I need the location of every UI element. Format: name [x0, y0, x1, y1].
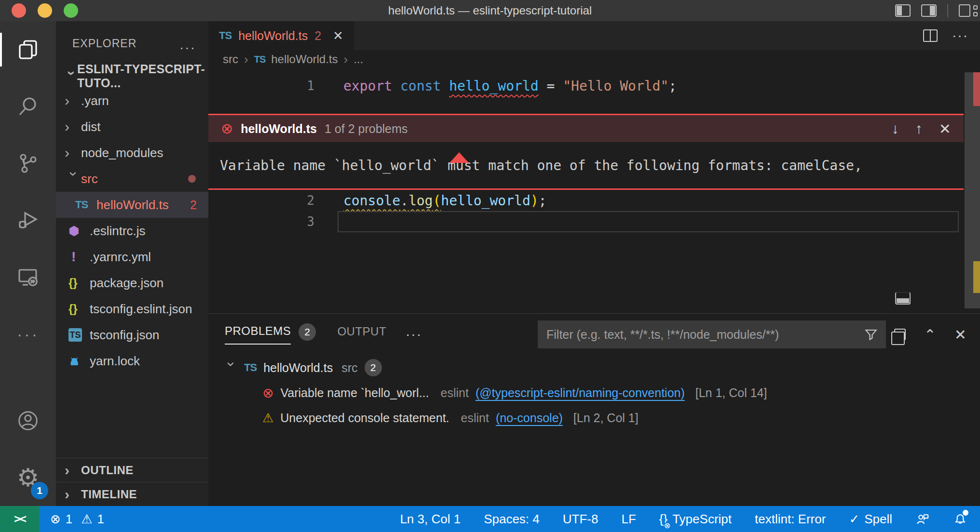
previous-problem-icon[interactable]: ↑ [915, 120, 923, 137]
feedback-icon[interactable] [915, 512, 930, 526]
source-control-icon[interactable] [0, 135, 56, 192]
file-row-tsconfig[interactable]: TS tsconfig.json [56, 322, 208, 348]
split-editor-icon[interactable] [923, 29, 938, 42]
json-file-icon: {} [68, 302, 78, 316]
chevron-down-icon: › [64, 71, 80, 83]
overview-error-mark [973, 72, 980, 106]
file-row-yarnrc[interactable]: ! .yarnrc.yml [56, 244, 208, 270]
toggle-secondary-sidebar-icon[interactable] [921, 4, 937, 17]
problems-status-item[interactable]: ⊗ 1 ⚠ 1 [50, 512, 104, 527]
panel-more-tabs-icon[interactable]: ··· [406, 327, 422, 342]
settings-gear-icon[interactable]: ⚙ 1 [0, 449, 56, 506]
code-line-1: 1 export const hello_world = "Hello Worl… [208, 75, 980, 96]
explorer-more-icon[interactable]: ··· [179, 45, 196, 50]
current-line-border [338, 211, 959, 232]
breadcrumb-symbol[interactable]: ... [354, 53, 363, 66]
problem-row-warning[interactable]: ⚠ Unexpected console statement. eslint (… [208, 405, 980, 430]
chevron-right-icon: › [65, 486, 81, 503]
file-name: .eslintrc.js [90, 224, 146, 239]
explorer-sidebar: EXPLORER ··· › ESLINT-TYPESCRIPT-TUTO...… [56, 21, 208, 506]
editor-scrollbar[interactable] [965, 68, 980, 287]
remote-indicator[interactable]: >< [0, 506, 40, 532]
problems-filter-input[interactable] [546, 328, 865, 342]
panel-close-icon[interactable]: ✕ [954, 326, 966, 343]
error-squiggle-token: hello_world [449, 78, 538, 94]
folder-row-node-modules[interactable]: › node_modules [56, 140, 208, 166]
next-problem-icon[interactable]: ↓ [892, 120, 899, 137]
yml-file-icon: ! [71, 249, 76, 265]
search-icon[interactable] [0, 78, 56, 135]
json-file-icon: {} [68, 276, 78, 290]
explorer-icon[interactable] [0, 21, 56, 78]
notifications-bell-icon[interactable] [953, 512, 967, 526]
eol-item[interactable]: LF [621, 512, 636, 527]
language-mode-item[interactable]: {} ⊗ TypeScript [659, 512, 732, 527]
warning-icon: ⚠ [81, 513, 92, 525]
rule-link[interactable]: (no-console) [496, 411, 563, 425]
folder-row-yarn[interactable]: › .yarn [56, 88, 208, 114]
line-number: 3 [208, 214, 314, 229]
chevron-right-icon: › [65, 462, 81, 479]
breadcrumb-folder[interactable]: src [223, 53, 238, 66]
yarn-file-icon [68, 355, 81, 367]
timeline-section[interactable]: › TIMELINE [56, 482, 208, 506]
cursor-position-item[interactable]: Ln 3, Col 1 [400, 512, 461, 527]
chevron-down-icon: › [223, 362, 240, 375]
tab-close-icon[interactable]: ✕ [333, 28, 343, 43]
additional-views-icon[interactable]: ··· [0, 306, 56, 362]
tab-problems[interactable]: PROBLEMS 2 [225, 323, 316, 346]
ts-file-icon: TS [75, 199, 88, 211]
file-row-eslintrc[interactable]: ⬢ .eslintrc.js [56, 218, 208, 244]
run-debug-icon[interactable] [0, 192, 56, 249]
file-name: .yarnrc.yml [90, 250, 151, 265]
peek-message[interactable]: Variable name `hello_world` must match o… [208, 142, 964, 188]
problems-file-group[interactable]: › TS helloWorld.ts src 2 [208, 355, 980, 380]
timeline-label: TIMELINE [81, 488, 137, 501]
workspace-root-label: ESLINT-TYPESCRIPT-TUTO... [77, 62, 208, 90]
file-name: tsconfig.json [90, 328, 160, 343]
folder-row-dist[interactable]: › dist [56, 114, 208, 140]
maximize-panel-icon[interactable]: ⌃ [924, 326, 936, 343]
file-row-package-json[interactable]: {} package.json [56, 270, 208, 296]
tab-label: helloWorld.ts [238, 29, 308, 43]
problems-filter-box [538, 320, 886, 348]
toggle-panel-icon[interactable] [895, 292, 911, 305]
problem-row-error[interactable]: ⊗ Variable name `hello_worl... eslint (@… [208, 380, 980, 405]
toggle-sidebar-icon[interactable] [895, 4, 911, 17]
file-name: tsconfig.eslint.json [90, 302, 192, 317]
group-count-badge: 2 [365, 359, 382, 376]
src-problem-dot [188, 175, 196, 183]
error-icon: ⊗ [262, 385, 273, 401]
peek-close-icon[interactable]: ✕ [939, 120, 951, 137]
code-line-2: 2 console.log(hello_world); [208, 190, 980, 211]
view-as-table-icon[interactable] [894, 329, 906, 340]
warning-squiggle-token: console [343, 193, 400, 209]
editor-more-actions-icon[interactable]: ··· [952, 28, 968, 43]
tab-helloworld[interactable]: TS helloWorld.ts 2 ✕ [208, 21, 354, 50]
filter-funnel-icon[interactable] [865, 328, 877, 341]
notification-dot [963, 510, 968, 516]
code-editor[interactable]: 1 export const hello_world = "Hello Worl… [208, 68, 980, 232]
file-row-helloworld[interactable]: TS helloWorld.ts 2 [56, 192, 208, 218]
textlint-item[interactable]: textlint: Error [755, 512, 826, 527]
encoding-item[interactable]: UTF-8 [563, 512, 599, 527]
folder-row-src[interactable]: › src [56, 166, 208, 192]
breadcrumb-file[interactable]: helloWorld.ts [271, 53, 338, 66]
indentation-item[interactable]: Spaces: 4 [484, 512, 540, 527]
remote-explorer-icon[interactable] [0, 249, 56, 306]
spell-item[interactable]: ✓ Spell [849, 512, 892, 527]
file-row-tsconfig-eslint[interactable]: {} tsconfig.eslint.json [56, 296, 208, 322]
file-name: package.json [90, 276, 163, 291]
chevron-right-icon: › [65, 145, 81, 161]
tab-output[interactable]: OUTPUT [337, 325, 386, 344]
rule-link[interactable]: (@typescript-eslint/naming-convention) [476, 386, 685, 400]
outline-section[interactable]: › OUTLINE [56, 458, 208, 482]
customize-layout-icon[interactable] [959, 4, 970, 17]
accounts-icon[interactable] [0, 392, 56, 449]
workspace-root-row[interactable]: › ESLINT-TYPESCRIPT-TUTO... [56, 65, 208, 88]
folder-name: src [81, 172, 98, 186]
outline-label: OUTLINE [81, 464, 134, 477]
file-row-yarn-lock[interactable]: yarn.lock [56, 348, 208, 374]
tsconfig-file-icon: TS [68, 328, 82, 342]
folder-name: .yarn [81, 93, 109, 108]
